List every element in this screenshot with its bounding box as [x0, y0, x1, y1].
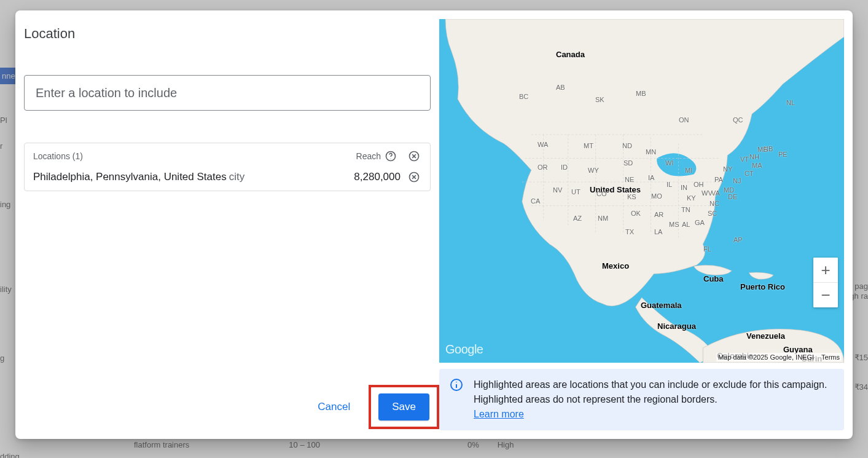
map-label-pr: Puerto Rico: [740, 282, 785, 291]
location-left-pane: Location Locations (1) Reach Philadelphi…: [15, 10, 439, 439]
locations-count-label: Locations (1): [33, 151, 83, 161]
map-zoom-control: + −: [813, 258, 838, 307]
map-svg: [439, 19, 844, 363]
help-icon[interactable]: [383, 149, 398, 164]
info-text-wrap: Highlighted areas are locations that you…: [474, 377, 834, 422]
location-type: city: [229, 171, 245, 183]
dialog-actions: Cancel Save: [314, 385, 439, 429]
reach-header-label: Reach: [356, 151, 381, 161]
info-text: Highlighted areas are locations that you…: [474, 379, 827, 405]
location-input[interactable]: [36, 86, 419, 100]
info-banner: Highlighted areas are locations that you…: [439, 369, 844, 430]
location-input-wrap[interactable]: [24, 75, 431, 111]
location-row: Philadelphia, Pennsylvania, United State…: [33, 170, 421, 184]
locations-header: Locations (1) Reach: [33, 149, 421, 164]
map-terms-link[interactable]: Terms: [821, 353, 840, 361]
locations-box: Locations (1) Reach Philadelphia, Pennsy…: [24, 143, 431, 191]
map-label-guatemala: Guatemala: [641, 301, 681, 310]
map-attribution: Map data ©2025 Google, INEGI Terms: [716, 353, 842, 361]
location-dialog: Location Locations (1) Reach Philadelphi…: [15, 10, 853, 439]
remove-location-icon[interactable]: [407, 170, 421, 184]
location-right-pane: Canada United States Mexico Cuba Puerto …: [439, 10, 853, 439]
map-label-cuba: Cuba: [703, 274, 724, 283]
info-icon: [449, 377, 464, 392]
location-name: Philadelphia, Pennsylvania, United State…: [33, 171, 227, 183]
save-highlight-box: Save: [369, 385, 439, 429]
zoom-out-button[interactable]: −: [813, 283, 838, 307]
map-attribution-text: Map data ©2025 Google, INEGI: [718, 353, 814, 361]
google-logo: Google: [445, 342, 483, 357]
save-button[interactable]: Save: [378, 393, 429, 420]
map-label-canada: Canada: [556, 50, 585, 59]
zoom-in-button[interactable]: +: [813, 258, 838, 282]
map-label-mexico: Mexico: [602, 261, 629, 270]
dialog-title: Location: [24, 26, 431, 42]
svg-point-6: [456, 382, 457, 383]
clear-all-locations-icon[interactable]: [407, 149, 421, 164]
learn-more-link[interactable]: Learn more: [474, 409, 524, 419]
cancel-button[interactable]: Cancel: [314, 396, 354, 418]
location-reach: 8,280,000: [354, 171, 401, 183]
svg-point-1: [391, 159, 391, 159]
map[interactable]: Canada United States Mexico Cuba Puerto …: [439, 19, 844, 363]
map-label-venezuela: Venezuela: [746, 331, 785, 341]
map-label-nicaragua: Nicaragua: [657, 322, 696, 331]
